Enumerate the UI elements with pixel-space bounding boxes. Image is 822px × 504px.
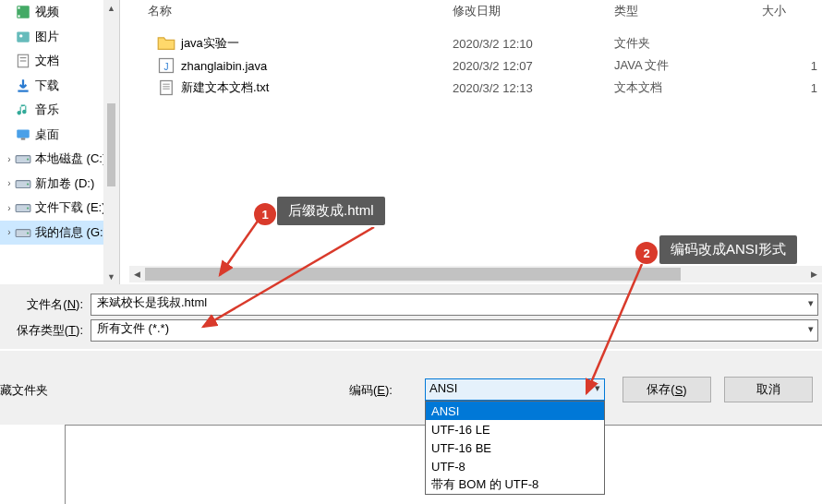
- filetype-label: 保存类型(T):: [11, 322, 91, 339]
- svg-point-14: [27, 183, 29, 185]
- file-date: 2020/3/2 12:10: [453, 37, 614, 51]
- file-list-column-headers: 名称 修改日期 类型 大小: [148, 0, 817, 22]
- scroll-down-icon[interactable]: ▼: [103, 269, 119, 284]
- annotation-marker-2: 2: [635, 242, 658, 264]
- column-type[interactable]: 类型: [614, 3, 762, 19]
- file-list: java实验一2020/3/2 12:10文件夹Jzhanglaibin.jav…: [148, 32, 822, 99]
- encoding-option[interactable]: UTF-16 BE: [426, 438, 604, 457]
- file-name: zhanglaibin.java: [181, 59, 453, 73]
- filetype-select[interactable]: 所有文件 (*.*) ▾: [91, 319, 818, 342]
- tree-item-label: 文档: [35, 53, 59, 69]
- file-size: 1: [762, 59, 817, 73]
- column-modified-date[interactable]: 修改日期: [453, 3, 614, 19]
- svg-rect-3: [17, 31, 30, 42]
- filename-label: 文件名(N):: [11, 296, 91, 313]
- film-icon: [15, 4, 31, 20]
- tree-item[interactable]: ›我的信息 (G:): [0, 221, 119, 246]
- file-date: 2020/3/2 12:13: [453, 81, 614, 95]
- encoding-label: 编码(E):: [349, 382, 393, 399]
- drive-icon: [15, 175, 31, 192]
- tree-item-label: 下载: [35, 78, 59, 94]
- hscroll-left-icon[interactable]: ◀: [129, 267, 145, 282]
- tree-item-label: 文件下载 (E:): [35, 199, 106, 216]
- music-icon: [15, 102, 31, 118]
- file-row[interactable]: Jzhanglaibin.java2020/3/2 12:07JAVA 文件1: [148, 54, 822, 77]
- tree-item[interactable]: ›文件下载 (E:): [0, 196, 119, 221]
- column-size[interactable]: 大小: [762, 3, 817, 19]
- tree-item-label: 视频: [35, 4, 59, 20]
- svg-rect-21: [161, 81, 173, 95]
- tree-item-label: 新加卷 (D:): [35, 175, 94, 192]
- down-icon: [15, 78, 31, 94]
- annotation-marker-1: 1: [254, 203, 276, 225]
- svg-rect-2: [18, 16, 19, 18]
- svg-rect-1: [18, 7, 19, 9]
- hide-folders-link[interactable]: 藏文件夹: [0, 382, 48, 399]
- file-list-hscrollbar[interactable]: ◀ ▶: [129, 266, 822, 282]
- encoding-option[interactable]: UTF-16 LE: [426, 420, 604, 438]
- tree-item[interactable]: 视频: [0, 0, 119, 25]
- tree-item-label: 音乐: [35, 102, 59, 118]
- filename-input[interactable]: 来斌校长是我叔.html ▾: [91, 294, 818, 316]
- drive-icon: [15, 224, 31, 241]
- filename-dropdown-icon[interactable]: ▾: [808, 297, 814, 309]
- svg-point-18: [27, 232, 29, 234]
- file-size: 1: [762, 81, 817, 95]
- image-icon: [15, 29, 31, 45]
- svg-text:J: J: [164, 62, 169, 72]
- sidebar-scrollbar[interactable]: ▲ ▼: [103, 0, 119, 284]
- save-button[interactable]: 保存(S): [623, 377, 711, 402]
- tree-item[interactable]: ›新加卷 (D:): [0, 172, 119, 197]
- folder-icon: [157, 34, 175, 53]
- svg-point-4: [19, 34, 22, 37]
- annotation-text-2: 编码改成ANSI形式: [659, 235, 797, 264]
- column-name[interactable]: 名称: [148, 3, 453, 19]
- doc-icon: [15, 53, 31, 69]
- desk-icon: [15, 126, 31, 143]
- folder-tree-sidebar: 视频图片文档下载音乐桌面›本地磁盘 (C:)›新加卷 (D:)›文件下载 (E:…: [0, 0, 120, 284]
- scroll-up-icon[interactable]: ▲: [103, 0, 119, 16]
- svg-rect-10: [21, 138, 26, 139]
- sidebar-scroll-thumb[interactable]: [107, 103, 115, 186]
- encoding-select[interactable]: ANSI ▾: [425, 378, 605, 401]
- file-type: JAVA 文件: [614, 57, 762, 74]
- java-icon: J: [157, 56, 175, 75]
- hscroll-right-icon[interactable]: ▶: [806, 267, 822, 282]
- svg-point-16: [27, 208, 29, 210]
- tree-item-label: 我的信息 (G:): [35, 224, 107, 241]
- text-icon: [157, 78, 175, 97]
- action-bar: 藏文件夹 编码(E): ANSI ▾ ANSIUTF-16 LEUTF-16 B…: [0, 351, 822, 425]
- drive-icon: [15, 199, 31, 216]
- file-type: 文件夹: [614, 35, 762, 52]
- svg-rect-9: [17, 129, 30, 138]
- expand-arrow-icon[interactable]: ›: [4, 227, 15, 237]
- expand-arrow-icon[interactable]: ›: [4, 154, 15, 164]
- file-name: 新建文本文档.txt: [181, 79, 453, 96]
- file-row[interactable]: java实验一2020/3/2 12:10文件夹: [148, 32, 822, 54]
- tree-item[interactable]: 音乐: [0, 98, 119, 123]
- encoding-option[interactable]: UTF-8: [426, 457, 604, 475]
- chevron-down-icon: ▾: [808, 323, 814, 335]
- hscroll-thumb[interactable]: [145, 268, 681, 281]
- file-date: 2020/3/2 12:07: [453, 59, 614, 73]
- save-form-area: 文件名(N): 来斌校长是我叔.html ▾ 保存类型(T): 所有文件 (*.…: [0, 284, 822, 349]
- encoding-dropdown-list: ANSIUTF-16 LEUTF-16 BEUTF-8带有 BOM 的 UTF-…: [425, 401, 605, 495]
- annotation-text-1: 后缀改成.html: [277, 197, 385, 225]
- chevron-down-icon: ▾: [595, 382, 600, 394]
- expand-arrow-icon[interactable]: ›: [4, 203, 15, 213]
- encoding-option[interactable]: ANSI: [426, 402, 604, 420]
- drive-icon: [15, 150, 31, 167]
- tree-item-label: 本地磁盘 (C:): [35, 150, 106, 167]
- expand-arrow-icon[interactable]: ›: [4, 178, 15, 188]
- tree-item[interactable]: 文档: [0, 49, 119, 74]
- cancel-button[interactable]: 取消: [724, 377, 813, 402]
- tree-item[interactable]: 下载: [0, 74, 119, 99]
- tree-item-label: 桌面: [35, 126, 59, 143]
- tree-item[interactable]: 桌面: [0, 123, 119, 148]
- tree-item-label: 图片: [35, 29, 59, 45]
- tree-item[interactable]: 图片: [0, 25, 119, 50]
- file-name: java实验一: [181, 35, 453, 52]
- file-row[interactable]: 新建文本文档.txt2020/3/2 12:13文本文档1: [148, 77, 822, 99]
- tree-item[interactable]: ›本地磁盘 (C:): [0, 147, 119, 172]
- encoding-option[interactable]: 带有 BOM 的 UTF-8: [426, 475, 604, 494]
